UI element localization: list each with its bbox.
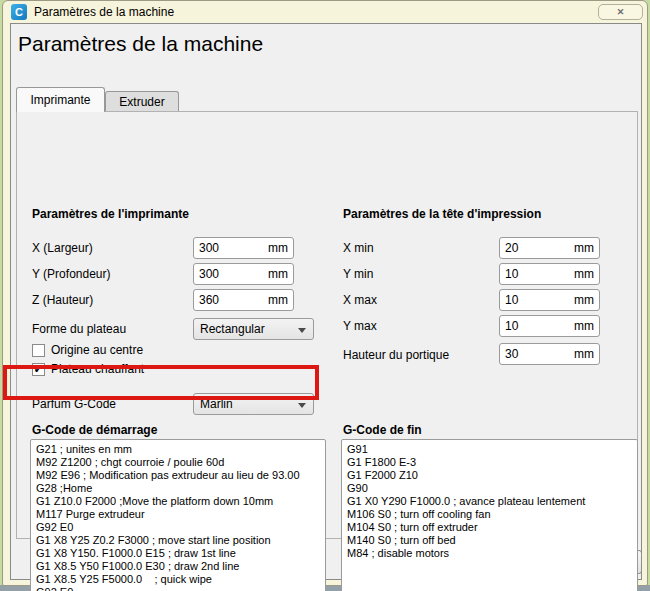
origin-center-checkbox[interactable] [32, 344, 45, 357]
bed-shape-label: Forme du plateau [32, 322, 126, 336]
gantry-height-input[interactable]: 30 mm [499, 343, 600, 365]
z-height-input[interactable]: 360 mm [193, 289, 294, 311]
origin-center-label[interactable]: Origine au centre [51, 343, 143, 357]
unit-label: mm [268, 267, 288, 281]
y-min-input[interactable]: 10 mm [499, 263, 600, 285]
y-min-value: 10 [505, 267, 518, 281]
window-titlebar[interactable]: C Paramètres de la machine ✕ [3, 1, 647, 23]
y-depth-input[interactable]: 300 mm [193, 263, 294, 285]
y-min-label: Y min [343, 267, 373, 281]
machine-settings-window: C Paramètres de la machine ✕ Paramètres … [2, 0, 648, 586]
y-depth-label: Y (Profondeur) [32, 267, 111, 281]
cura-app-icon: C [11, 4, 27, 20]
unit-label: mm [574, 319, 594, 333]
x-width-input[interactable]: 300 mm [193, 237, 294, 259]
x-width-label: X (Largeur) [32, 241, 93, 255]
dialog-client-area: Paramètres de la machine Imprimante Extr… [10, 23, 642, 580]
x-width-value: 300 [199, 241, 219, 255]
printhead-section-title: Paramètres de la tête d'impression [343, 207, 541, 221]
window-close-button[interactable]: ✕ [598, 4, 643, 20]
window-title: Paramètres de la machine [34, 5, 174, 19]
unit-label: mm [268, 241, 288, 255]
start-gcode-textarea[interactable]: G21 ; unites en mm M92 Z1200 ; chgt cour… [30, 439, 326, 591]
x-min-input[interactable]: 20 mm [499, 237, 600, 259]
x-max-input[interactable]: 10 mm [499, 289, 600, 311]
start-gcode-title: G-Code de démarrage [32, 423, 157, 437]
bed-shape-value: Rectangular [200, 322, 265, 336]
z-height-label: Z (Hauteur) [32, 293, 93, 307]
x-max-value: 10 [505, 293, 518, 307]
x-min-label: X min [343, 241, 374, 255]
bed-shape-dropdown[interactable]: Rectangular [193, 318, 314, 340]
gantry-height-value: 30 [505, 347, 518, 361]
gantry-height-label: Hauteur du portique [343, 348, 449, 362]
annotation-highlight-box [3, 365, 319, 400]
tab-extruder[interactable]: Extruder [105, 91, 179, 112]
printer-section-title: Paramètres de l'imprimante [32, 207, 189, 221]
y-depth-value: 300 [199, 267, 219, 281]
tab-pane: Paramètres de l'imprimante X (Largeur) 3… [16, 111, 638, 539]
unit-label: mm [574, 293, 594, 307]
chevron-down-icon [298, 328, 306, 333]
tab-imprimante[interactable]: Imprimante [16, 87, 105, 112]
chevron-down-icon [298, 403, 306, 408]
unit-label: mm [268, 293, 288, 307]
x-max-label: X max [343, 293, 377, 307]
unit-label: mm [574, 241, 594, 255]
unit-label: mm [574, 267, 594, 281]
end-gcode-title: G-Code de fin [343, 423, 422, 437]
y-max-input[interactable]: 10 mm [499, 315, 600, 337]
page-title: Paramètres de la machine [18, 32, 263, 56]
y-max-value: 10 [505, 319, 518, 333]
end-gcode-textarea[interactable]: G91 G1 F1800 E-3 G1 F2000 Z10 G90 G1 X0 … [341, 439, 638, 591]
y-max-label: Y max [343, 319, 377, 333]
unit-label: mm [574, 347, 594, 361]
desktop-background: C Paramètres de la machine ✕ Paramètres … [0, 0, 650, 591]
x-min-value: 20 [505, 241, 518, 255]
close-icon: ✕ [617, 7, 625, 17]
z-height-value: 360 [199, 293, 219, 307]
